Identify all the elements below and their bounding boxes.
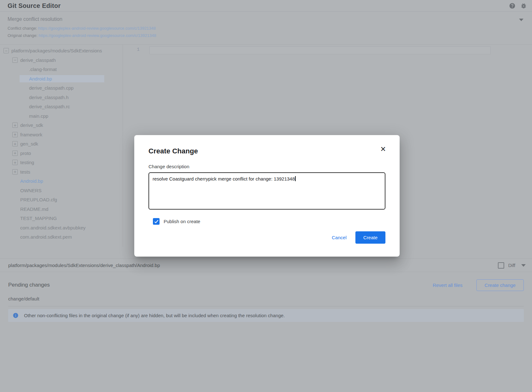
file-path-bar: platform/packages/modules/SdkExtensions/… bbox=[0, 258, 532, 272]
publish-on-create-checkbox[interactable] bbox=[153, 218, 160, 225]
dialog-actions: Cancel Create bbox=[148, 231, 385, 244]
tree-item-preupload.cfg[interactable]: PREUPLOAD.cfg bbox=[0, 195, 123, 205]
info-banner-message: Other non-conflicting files in the origi… bbox=[24, 313, 285, 318]
pending-changes-panel: Pending changes Revert all files Create … bbox=[0, 272, 532, 392]
tree-item-label: platform/packages/modules/SdkExtensions bbox=[11, 48, 102, 53]
tree-item-label: PREUPLOAD.cfg bbox=[20, 197, 57, 202]
expand-icon[interactable]: + bbox=[12, 132, 18, 137]
cancel-button[interactable]: Cancel bbox=[326, 231, 352, 244]
tree-item-main.cpp[interactable]: main.cpp bbox=[0, 111, 123, 121]
info-icon bbox=[13, 312, 19, 318]
tree-item-label: OWNERS bbox=[20, 188, 42, 193]
conflict-change-link[interactable]: https://googleplex-android-review.google… bbox=[38, 26, 156, 31]
create-change-dialog: Create Change ✕ Change description resol… bbox=[134, 135, 400, 257]
original-change-link[interactable]: https://googleplex-android-review.google… bbox=[39, 33, 156, 38]
tree-item-platform-packages-modules-sdkextensions[interactable]: −platform/packages/modules/SdkExtensions bbox=[0, 46, 123, 56]
tree-item-label: tests bbox=[20, 169, 30, 175]
change-description-input[interactable]: resolve Coastguard cherrypick merge conf… bbox=[148, 172, 385, 210]
pending-changes-title: Pending changes bbox=[8, 282, 50, 288]
collapse-icon[interactable]: − bbox=[12, 57, 18, 63]
diff-checkbox[interactable] bbox=[498, 262, 504, 269]
tree-item-android.bp[interactable]: Android.bp bbox=[0, 176, 123, 186]
tree-item-label: derive_classpath.cpp bbox=[29, 85, 74, 91]
expand-icon[interactable]: + bbox=[12, 169, 18, 175]
bug-report-icon[interactable] bbox=[520, 3, 527, 9]
tree-item-gen-sdk[interactable]: +gen_sdk bbox=[0, 139, 123, 149]
tree-item-derive-classpath.h[interactable]: derive_classpath.h bbox=[0, 93, 123, 102]
create-button[interactable]: Create bbox=[355, 231, 385, 244]
tree-item-label: derive_classpath bbox=[20, 57, 56, 63]
create-change-button[interactable]: Create change bbox=[476, 279, 524, 291]
header-actions bbox=[509, 3, 527, 9]
tree-item-derive-classpath[interactable]: −derive_classpath bbox=[0, 56, 123, 65]
conflict-change-row: Conflict change: https://googleplex-andr… bbox=[8, 26, 524, 31]
tree-item-label: gen_sdk bbox=[20, 141, 38, 146]
tree-item-label: .clang-format bbox=[29, 67, 57, 72]
tree-item-label: README.md bbox=[20, 206, 48, 212]
collapse-icon[interactable]: − bbox=[3, 48, 9, 53]
tree-item-tests[interactable]: +tests bbox=[0, 167, 123, 177]
tree-item-label: framework bbox=[20, 132, 42, 137]
info-banner: Other non-conflicting files in the origi… bbox=[8, 309, 524, 322]
tree-item-testing[interactable]: +testing bbox=[0, 158, 123, 167]
tree-item-proto[interactable]: +proto bbox=[0, 149, 123, 158]
tree-item-label: com.android.sdkext.avbpubkey bbox=[20, 225, 86, 230]
tree-item-label: derive_classpath.h bbox=[29, 95, 69, 100]
expand-icon[interactable]: + bbox=[12, 151, 18, 156]
current-file-path: platform/packages/modules/SdkExtensions/… bbox=[8, 263, 160, 268]
tree-item-derive-classpath.rc[interactable]: derive_classpath.rc bbox=[0, 102, 123, 111]
tree-item-com.android.sdkext.pem[interactable]: com.android.sdkext.pem bbox=[0, 232, 123, 242]
tree-item-derive-classpath.cpp[interactable]: derive_classpath.cpp bbox=[0, 83, 123, 93]
expand-icon[interactable]: + bbox=[12, 122, 18, 128]
original-change-label: Original change: bbox=[8, 33, 38, 38]
change-ref: change/default bbox=[8, 296, 524, 301]
tree-item-label: com.android.sdkext.pem bbox=[20, 234, 72, 240]
publish-on-create-row: Publish on create bbox=[153, 218, 385, 225]
tree-item-label: Android.bp bbox=[29, 76, 52, 81]
app-title: Git Source Editor bbox=[8, 2, 61, 9]
tree-item-label: testing bbox=[20, 160, 34, 165]
merge-panel-title: Merge conflict resolution bbox=[8, 16, 524, 22]
merge-conflict-panel: Merge conflict resolution Conflict chang… bbox=[0, 12, 532, 45]
app-header: Git Source Editor bbox=[0, 0, 532, 12]
conflict-change-label: Conflict change: bbox=[8, 26, 37, 31]
text-cursor bbox=[295, 176, 296, 181]
expand-icon[interactable]: + bbox=[12, 160, 18, 165]
revert-all-files-button[interactable]: Revert all files bbox=[433, 282, 462, 288]
change-description-value: resolve Coastguard cherrypick merge conf… bbox=[153, 176, 295, 181]
tree-item-label: TEST_MAPPING bbox=[20, 216, 57, 221]
tree-item-label: proto bbox=[20, 151, 31, 156]
close-icon[interactable]: ✕ bbox=[380, 145, 387, 153]
chevron-down-icon[interactable] bbox=[519, 19, 523, 21]
tree-item-readme.md[interactable]: README.md bbox=[0, 205, 123, 214]
diff-label: Diff bbox=[508, 263, 515, 268]
tree-item-test-mapping[interactable]: TEST_MAPPING bbox=[0, 214, 123, 223]
diff-toggle-group: Diff bbox=[498, 262, 528, 269]
dialog-header: Create Change ✕ bbox=[148, 147, 385, 155]
change-description-label: Change description bbox=[148, 164, 385, 169]
divider bbox=[8, 306, 524, 306]
tree-item-framework[interactable]: +framework bbox=[0, 130, 123, 140]
tree-item-label: Android.bp bbox=[20, 178, 43, 184]
editor-line[interactable] bbox=[149, 46, 491, 54]
tree-item-android.bp[interactable]: Android.bp bbox=[0, 74, 123, 84]
dialog-title: Create Change bbox=[148, 147, 198, 155]
chevron-down-icon[interactable] bbox=[521, 264, 526, 267]
expand-icon[interactable]: + bbox=[12, 141, 18, 146]
publish-on-create-label: Publish on create bbox=[164, 219, 200, 224]
tree-item-label: main.cpp bbox=[29, 113, 48, 119]
tree-item-owners[interactable]: OWNERS bbox=[0, 186, 123, 195]
tree-item-com.android.sdkext.avbpubkey[interactable]: com.android.sdkext.avbpubkey bbox=[0, 223, 123, 233]
original-change-row: Original change: https://googleplex-andr… bbox=[8, 33, 524, 38]
tree-item-label: derive_sdk bbox=[20, 122, 43, 128]
tree-item-derive-sdk[interactable]: +derive_sdk bbox=[0, 121, 123, 130]
tree-item-.clang-format[interactable]: .clang-format bbox=[0, 65, 123, 74]
line-number: 1 bbox=[123, 47, 140, 52]
tree-item-label: derive_classpath.rc bbox=[29, 104, 70, 109]
help-icon[interactable] bbox=[509, 3, 516, 9]
file-tree: −platform/packages/modules/SdkExtensions… bbox=[0, 45, 123, 247]
pending-changes-header: Pending changes Revert all files Create … bbox=[8, 279, 524, 291]
